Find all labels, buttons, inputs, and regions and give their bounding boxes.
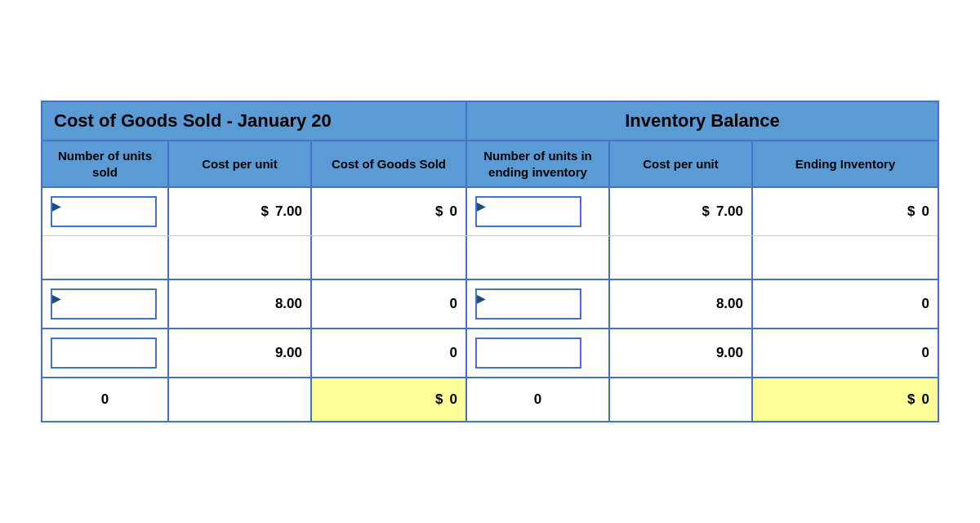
ending-inv-cell-2: 0 <box>753 280 938 328</box>
units-sold-cell-1 <box>42 188 169 235</box>
table-row: $ 7.00 $ 0 $ 7.00 $ 0 <box>42 186 938 235</box>
units-ending-cell-2 <box>467 280 610 328</box>
spacer-inv <box>753 236 938 279</box>
units-sold-input-1[interactable] <box>51 196 157 227</box>
cogs-value-2: 0 <box>450 296 457 312</box>
table-row: 9.00 0 9.00 0 <box>42 328 938 377</box>
total-cogs-value: 0 <box>450 391 457 408</box>
spacer-cogs <box>312 236 467 279</box>
dollar-icon-total-cogs: $ <box>435 391 443 408</box>
cost-per-unit-cell-1: $ 7.00 <box>169 188 312 235</box>
total-units-ending-value: 0 <box>534 391 541 408</box>
units-sold-cell-2 <box>42 280 169 328</box>
ending-inv-value-2: 0 <box>922 296 929 312</box>
dollar-icon-cogs-1: $ <box>435 203 443 220</box>
cost-value2-2: 8.00 <box>716 296 743 312</box>
col-header-units-sold: Number of units sold <box>42 141 169 186</box>
units-ending-cell-1 <box>467 188 610 235</box>
units-sold-cell-3 <box>42 329 169 377</box>
main-table: Cost of Goods Sold - January 20 Inventor… <box>41 101 939 422</box>
total-ending-inv-value: 0 <box>922 391 929 408</box>
ending-inv-cell-3: 0 <box>753 329 938 377</box>
cost-per-unit-cell-2: 8.00 <box>169 280 312 328</box>
total-cost-per-unit-cell <box>169 378 312 421</box>
cost-value2-3: 9.00 <box>716 345 743 361</box>
cogs-section-header: Cost of Goods Sold - January 20 <box>42 102 467 140</box>
ending-inv-value-1: 0 <box>922 203 929 220</box>
cost-value-3: 9.00 <box>275 345 302 361</box>
cost-per-unit-cell-3: 9.00 <box>169 329 312 377</box>
cost-value2-1: 7.00 <box>716 203 743 220</box>
section-header-row: Cost of Goods Sold - January 20 Inventor… <box>42 102 938 140</box>
cost-per-unit2-cell-3: 9.00 <box>610 329 753 377</box>
inventory-section-header: Inventory Balance <box>467 102 938 140</box>
spacer-units-ending <box>467 236 610 279</box>
ending-inv-cell-1: $ 0 <box>753 188 938 235</box>
col-header-cogs: Cost of Goods Sold <box>312 141 467 186</box>
dollar-icon2-1: $ <box>702 203 709 220</box>
spacer-cost-1 <box>169 236 312 279</box>
cogs-cell-2: 0 <box>312 280 467 328</box>
spacer-row <box>42 235 938 279</box>
spacer-cost-2 <box>610 236 753 279</box>
total-cost-per-unit2-cell <box>610 378 753 421</box>
units-ending-cell-3 <box>467 329 610 377</box>
cogs-value-1: 0 <box>450 203 457 220</box>
units-ending-input-2[interactable] <box>475 288 581 320</box>
dollar-icon-1: $ <box>261 203 268 220</box>
units-ending-input-3[interactable] <box>475 337 581 369</box>
col-header-cost-per-unit2: Cost per unit <box>610 141 753 186</box>
total-units-sold-value: 0 <box>101 391 109 408</box>
cogs-cell-1: $ 0 <box>312 188 467 235</box>
col-header-ending-inv: Ending Inventory <box>753 141 938 186</box>
table-row: 8.00 0 8.00 0 <box>42 279 938 328</box>
dollar-icon-inv-1: $ <box>907 203 915 220</box>
cogs-value-3: 0 <box>450 345 457 361</box>
total-cogs-cell: $ 0 <box>312 378 467 421</box>
units-ending-input-1[interactable] <box>475 196 581 227</box>
cogs-cell-3: 0 <box>312 329 467 377</box>
units-sold-input-2[interactable] <box>51 288 157 320</box>
cost-value-1: 7.00 <box>275 203 302 220</box>
spacer-units-sold <box>42 236 169 279</box>
total-ending-inv-cell: $ 0 <box>753 378 938 421</box>
units-sold-input-3[interactable] <box>51 337 157 369</box>
dollar-icon-total-inv: $ <box>907 391 915 408</box>
total-units-ending-cell: 0 <box>467 378 610 421</box>
total-row: 0 $ 0 0 $ 0 <box>42 377 938 421</box>
col-header-units-ending: Number of units in ending inventory <box>467 141 610 186</box>
column-header-row: Number of units sold Cost per unit Cost … <box>42 140 938 186</box>
cost-per-unit2-cell-1: $ 7.00 <box>610 188 753 235</box>
cost-value-2: 8.00 <box>275 296 302 312</box>
total-units-sold-cell: 0 <box>42 378 169 421</box>
cost-per-unit2-cell-2: 8.00 <box>610 280 753 328</box>
ending-inv-value-3: 0 <box>922 345 929 361</box>
col-header-cost-per-unit: Cost per unit <box>169 141 312 186</box>
